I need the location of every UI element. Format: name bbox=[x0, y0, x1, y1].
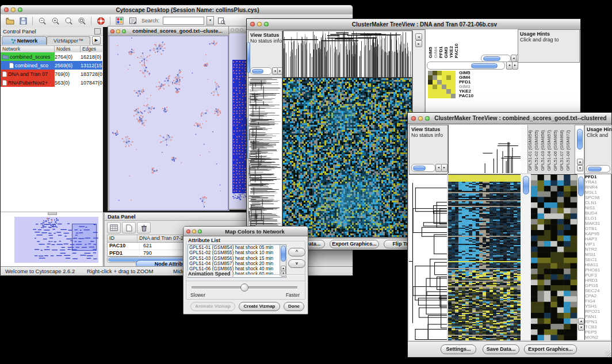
mini-heatmap-cell[interactable] bbox=[437, 85, 442, 89]
close-icon[interactable] bbox=[250, 22, 255, 26]
zoom-fit-icon[interactable] bbox=[76, 16, 87, 26]
gene-label[interactable]: PFD1 bbox=[585, 174, 610, 179]
mini-heatmap-cell[interactable] bbox=[428, 75, 433, 80]
list-item[interactable]: GPL51-02 (GSM855) heat shock 10 min bbox=[188, 250, 286, 255]
main-titlebar[interactable]: Cytoscape Desktop (Session Name: collins… bbox=[1, 5, 353, 15]
mini-heatmap-cell[interactable] bbox=[446, 75, 451, 80]
mini-heatmap-cell[interactable] bbox=[442, 71, 446, 75]
dialog-titlebar[interactable]: Map Colors to Network bbox=[183, 227, 308, 236]
scroll-right-icon[interactable]: ▸ bbox=[277, 67, 282, 75]
scroll-right-icon[interactable]: ▸ bbox=[512, 62, 518, 70]
vizmap-grid-icon[interactable] bbox=[114, 16, 125, 26]
scroll-down-icon[interactable]: ▾ bbox=[578, 324, 584, 331]
mini-heatmap-cell[interactable] bbox=[451, 71, 456, 75]
mini-heatmap-cell[interactable] bbox=[451, 85, 456, 89]
speed-slider-thumb[interactable] bbox=[240, 283, 248, 292]
mini-heatmap-cell[interactable] bbox=[428, 85, 433, 89]
mini-heatmap-cell[interactable] bbox=[428, 94, 433, 98]
gene-label[interactable]: GTB1 bbox=[585, 226, 610, 231]
gene-label[interactable]: NTR2 bbox=[585, 247, 610, 252]
gene-label[interactable]: HRD3 bbox=[585, 278, 610, 283]
list-item[interactable]: GPL51-04 (GSM857) heat shock 20 min bbox=[188, 261, 286, 266]
gene-label[interactable]: MON2 bbox=[585, 335, 610, 340]
network-view-titlebar[interactable]: combined_scores_good.txt--cluste... bbox=[108, 26, 229, 36]
close-icon[interactable] bbox=[231, 28, 234, 32]
tv1-row-dendrogram[interactable] bbox=[248, 78, 282, 237]
column-label[interactable]: GPL51-01 (GSM854) bbox=[527, 125, 534, 171]
tv1-zoom-hscroll-thumb[interactable] bbox=[471, 63, 498, 68]
column-label[interactable]: GPL51-04 (GSM857) bbox=[546, 125, 553, 171]
network-list-row[interactable]: DNA and Tran 07769(0)183728(0) bbox=[1, 70, 102, 78]
tv1-zoom-row-labels[interactable]: GIM5GIM4PFD1GIM3YKE2PAC10 bbox=[459, 71, 473, 98]
mini-heatmap-cell[interactable] bbox=[428, 71, 433, 75]
tv1-right-hscroll-thumb[interactable] bbox=[483, 56, 500, 61]
gene-label[interactable]: MSL1 bbox=[585, 190, 610, 195]
mini-heatmap-cell[interactable] bbox=[446, 85, 451, 89]
gene-label[interactable]: PAN1 bbox=[585, 314, 610, 319]
network-canvas[interactable] bbox=[109, 36, 228, 210]
mini-heatmap-cell[interactable] bbox=[451, 75, 456, 80]
column-label[interactable]: GIM4 bbox=[433, 30, 438, 58]
view-status-scroll-thumb[interactable] bbox=[413, 166, 426, 171]
open-session-icon[interactable] bbox=[4, 16, 16, 26]
tv2-mid-strip[interactable] bbox=[521, 174, 531, 340]
new-attribute-icon[interactable] bbox=[122, 222, 136, 233]
tab-network[interactable]: Network bbox=[2, 36, 47, 45]
mini-heatmap-cell[interactable] bbox=[442, 94, 446, 98]
mini-heatmap-cell[interactable] bbox=[451, 94, 456, 98]
gene-label[interactable]: HAP3 bbox=[585, 236, 610, 242]
zoom-out-icon[interactable] bbox=[36, 16, 48, 26]
move-up-button[interactable]: ^ bbox=[288, 248, 305, 256]
gene-label[interactable]: MAK31 bbox=[585, 221, 610, 226]
mini-heatmap-cell[interactable] bbox=[451, 89, 456, 94]
search-input[interactable] bbox=[163, 17, 204, 25]
search-dropdown-icon[interactable]: ▾ bbox=[206, 16, 214, 25]
close-icon[interactable] bbox=[4, 7, 9, 12]
help-lifesaver-icon[interactable] bbox=[95, 16, 106, 26]
float-panel-icon[interactable] bbox=[94, 28, 101, 35]
mini-heatmap-cell[interactable] bbox=[437, 80, 442, 85]
column-label[interactable]: GPL51-06 (GSM865) bbox=[553, 125, 559, 171]
tv2-global-heatmap[interactable] bbox=[448, 175, 521, 340]
gene-label[interactable]: NIS1 bbox=[585, 205, 610, 210]
mini-heatmap-cell[interactable] bbox=[428, 80, 433, 85]
minimize-icon[interactable] bbox=[235, 28, 239, 32]
usage-hints-scroll-thumb[interactable] bbox=[588, 167, 602, 171]
mini-heatmap-cell[interactable] bbox=[437, 75, 442, 80]
view-status-scroll-track[interactable] bbox=[250, 67, 272, 75]
column-label[interactable]: PAC10 bbox=[454, 30, 459, 58]
zoom-window-icon[interactable] bbox=[198, 229, 202, 233]
tv1-zoom-heatmap[interactable] bbox=[428, 71, 456, 98]
gene-label[interactable]: PEP5 bbox=[585, 329, 610, 335]
gene-label[interactable]: GPI16 bbox=[585, 283, 610, 288]
create-vizmap-button[interactable]: Create Vizmap bbox=[239, 302, 280, 311]
attribute-vscroll[interactable]: ▴ ▾ bbox=[280, 245, 286, 276]
tv2-row-dendrogram[interactable] bbox=[409, 175, 447, 340]
tab-vizmapper[interactable]: VizMapper™ bbox=[47, 36, 90, 45]
minimize-icon[interactable] bbox=[192, 229, 196, 233]
global-vscroll-thumb[interactable] bbox=[523, 176, 529, 194]
zoom-window-icon[interactable] bbox=[122, 29, 126, 33]
zoom-in-icon[interactable] bbox=[49, 16, 61, 26]
scroll-left-icon[interactable]: ◂ bbox=[415, 33, 422, 40]
gene-label[interactable]: SEC1 bbox=[585, 257, 610, 262]
resize-grip[interactable] bbox=[605, 351, 611, 357]
gene-vscroll-thumb[interactable] bbox=[578, 177, 584, 196]
gene-label[interactable]: RNR4 bbox=[585, 185, 610, 190]
column-label[interactable]: GPL51-07 (GSM868) bbox=[559, 125, 565, 171]
mini-heatmap-cell[interactable] bbox=[442, 75, 446, 80]
gene-label[interactable]: RPN1 bbox=[585, 319, 610, 324]
mini-heatmap-cell[interactable] bbox=[442, 89, 446, 94]
mini-heatmap-cell[interactable] bbox=[433, 71, 437, 75]
close-icon[interactable] bbox=[186, 229, 190, 233]
mini-heatmap-cell[interactable] bbox=[433, 75, 437, 80]
mini-heatmap-cell[interactable] bbox=[437, 71, 442, 75]
label-vscroll-thumb[interactable] bbox=[577, 129, 583, 150]
mini-heatmap-cell[interactable] bbox=[446, 89, 451, 94]
mini-heatmap-cell[interactable] bbox=[446, 94, 451, 98]
settings-button[interactable]: Settings... bbox=[441, 344, 476, 354]
tv1-global-heatmap[interactable] bbox=[283, 78, 412, 237]
tv2-gene-list[interactable]: PFD1YRA1RNR4MSL1SPC98CLN1NIS1BUD4ELG1MAK… bbox=[585, 174, 610, 340]
id-column-header[interactable]: ID bbox=[108, 235, 137, 242]
gene-label[interactable]: KAP95 bbox=[585, 231, 610, 236]
